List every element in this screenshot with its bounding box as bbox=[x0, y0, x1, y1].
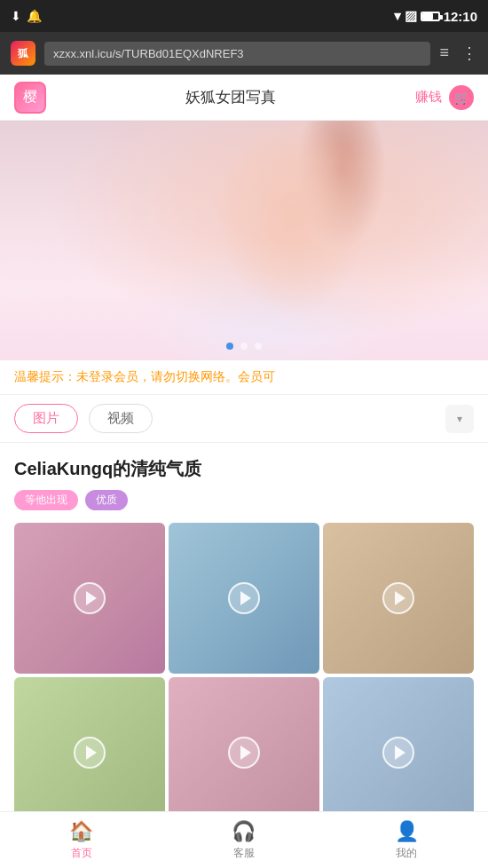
browser-actions: ≡ ⋮ bbox=[439, 43, 477, 63]
play-icon-5 bbox=[240, 746, 251, 760]
video-thumb-3[interactable] bbox=[323, 523, 474, 674]
browser-bar: 狐 xzxx.xnl.icu/s/TURBd01EQXdNREF3 ≡ ⋮ bbox=[0, 32, 488, 75]
video-thumb-2[interactable] bbox=[169, 523, 319, 674]
browser-logo: 狐 bbox=[11, 41, 35, 66]
notice-text: 温馨提示：未登录会员，请勿切换网络。会员可 bbox=[14, 369, 275, 383]
url-bar[interactable]: xzxx.xnl.icu/s/TURBd01EQXdNREF3 bbox=[44, 42, 430, 66]
cart-badge[interactable]: 🛒 bbox=[449, 85, 474, 110]
nav-profile-label: 我的 bbox=[396, 846, 417, 861]
play-icon-3 bbox=[395, 591, 405, 605]
dot-2[interactable] bbox=[240, 343, 248, 350]
play-icon-4 bbox=[86, 746, 97, 760]
cart-icon: 🛒 bbox=[449, 85, 474, 110]
dot-3[interactable] bbox=[255, 343, 262, 350]
download-icon: ⬇ bbox=[11, 9, 21, 23]
tabs-bar: 图片 视频 ▾ bbox=[0, 395, 488, 443]
tag-quality: 优质 bbox=[85, 490, 128, 510]
nav-home[interactable]: 🏠 首页 bbox=[0, 812, 162, 868]
tab-photos[interactable]: 图片 bbox=[14, 404, 78, 433]
dot-1[interactable] bbox=[226, 343, 233, 350]
video-thumb-4[interactable] bbox=[14, 677, 165, 828]
status-bar: ⬇ 🔔 ▾ ▨ 12:10 bbox=[0, 0, 488, 32]
play-icon-2 bbox=[240, 591, 251, 605]
nav-home-label: 首页 bbox=[71, 846, 92, 861]
play-button-2[interactable] bbox=[228, 582, 260, 614]
wifi-icon: ▾ bbox=[394, 8, 401, 24]
app-header: 樱 妖狐女团写真 赚钱 🛒 bbox=[0, 75, 488, 121]
header-right: 赚钱 🛒 bbox=[415, 85, 474, 110]
battery-icon bbox=[421, 12, 440, 21]
play-button-1[interactable] bbox=[74, 582, 106, 614]
time-display: 12:10 bbox=[444, 9, 477, 24]
play-button-5[interactable] bbox=[228, 737, 260, 769]
notification-icon: 🔔 bbox=[27, 9, 42, 23]
nav-support-label: 客服 bbox=[233, 846, 255, 861]
play-button-3[interactable] bbox=[382, 582, 414, 614]
earn-button[interactable]: 赚钱 bbox=[415, 89, 442, 106]
nav-support[interactable]: 🎧 客服 bbox=[162, 812, 325, 868]
notice-bar: 温馨提示：未登录会员，请勿切换网络。会员可 bbox=[0, 360, 488, 395]
menu-lines-icon[interactable]: ≡ bbox=[439, 43, 449, 63]
play-button-4[interactable] bbox=[74, 737, 106, 769]
tab-expand-button[interactable]: ▾ bbox=[445, 405, 474, 433]
nav-profile[interactable]: 👤 我的 bbox=[326, 812, 488, 868]
status-right: ▾ ▨ 12:10 bbox=[394, 8, 477, 24]
content-section: CeliaKungq的清纯气质 等他出现 优质 bbox=[0, 443, 488, 842]
play-icon-1 bbox=[86, 591, 97, 605]
tag-waiting: 等他出现 bbox=[14, 490, 78, 510]
signal-icon: ▨ bbox=[405, 8, 417, 24]
video-thumb-5[interactable] bbox=[169, 677, 319, 828]
play-icon-6 bbox=[395, 746, 405, 760]
banner-dots bbox=[226, 343, 262, 350]
video-thumb-6[interactable] bbox=[323, 677, 474, 828]
app-logo: 樱 bbox=[14, 82, 46, 114]
section-tags: 等他出现 优质 bbox=[14, 490, 474, 510]
headset-icon: 🎧 bbox=[232, 820, 256, 843]
person-icon: 👤 bbox=[395, 820, 419, 843]
hero-banner bbox=[0, 121, 488, 360]
video-grid bbox=[14, 523, 474, 828]
bottom-nav: 🏠 首页 🎧 客服 👤 我的 bbox=[0, 811, 488, 868]
section-title: CeliaKungq的清纯气质 bbox=[14, 457, 474, 481]
status-left: ⬇ 🔔 bbox=[11, 9, 42, 23]
tab-videos[interactable]: 视频 bbox=[89, 404, 153, 433]
app-title: 妖狐女团写真 bbox=[185, 87, 276, 107]
more-options-icon[interactable]: ⋮ bbox=[461, 43, 477, 63]
home-icon: 🏠 bbox=[69, 820, 93, 843]
play-button-6[interactable] bbox=[382, 737, 414, 769]
banner-overlay bbox=[0, 121, 488, 360]
chevron-down-icon: ▾ bbox=[457, 413, 462, 425]
video-thumb-1[interactable] bbox=[14, 523, 165, 674]
